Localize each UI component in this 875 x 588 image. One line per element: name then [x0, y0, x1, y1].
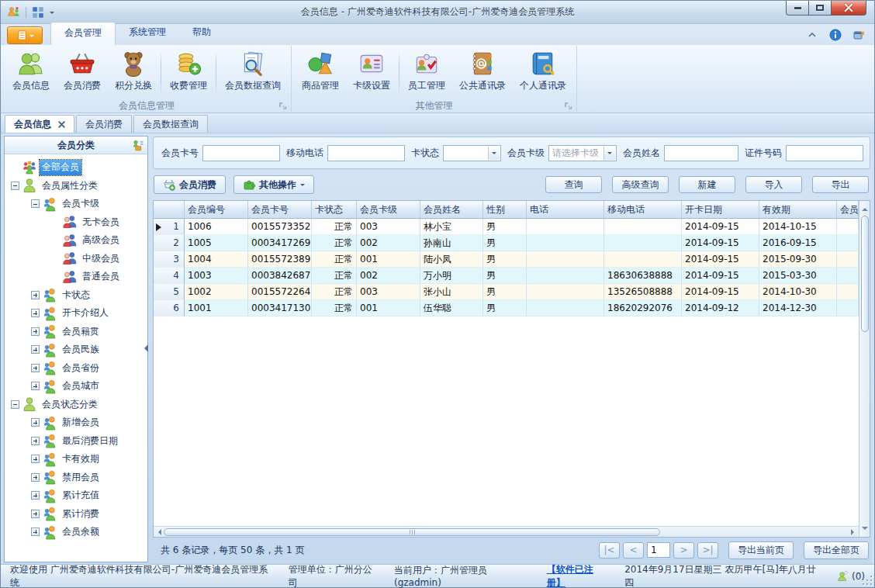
action-button[interactable]: 高级查询	[612, 176, 669, 193]
expand-icon[interactable]	[31, 418, 40, 427]
ribbon-button[interactable]: 个人通讯录	[513, 47, 573, 99]
tree-item[interactable]: 会员属性分类	[5, 177, 147, 195]
row-selector[interactable]: 1	[154, 219, 185, 235]
tree-item[interactable]: 最后消费日期	[5, 432, 147, 451]
next-page-button[interactable]: >	[673, 542, 694, 559]
ribbon-tab-3[interactable]: 帮助	[179, 22, 224, 45]
ribbon-tab-1[interactable]: 会员管理	[50, 22, 116, 45]
message-indicator[interactable]: (0)	[837, 570, 865, 582]
expand-icon[interactable]	[31, 473, 40, 482]
prev-page-button[interactable]: <	[623, 542, 644, 559]
ribbon-button[interactable]: 卡级设置	[346, 47, 397, 99]
ribbon-button[interactable]: 会员信息	[5, 47, 57, 99]
scroll-left-icon[interactable]	[155, 529, 161, 535]
tree-item[interactable]: 会员省份	[5, 359, 147, 378]
info-icon[interactable]	[829, 29, 842, 41]
expand-icon[interactable]	[31, 491, 40, 500]
ribbon-button[interactable]: 员工管理	[401, 47, 452, 99]
tree-item[interactable]: 会员卡级	[5, 195, 147, 213]
ribbon-button[interactable]: 会员消费	[57, 47, 108, 99]
tree-item[interactable]: 开卡介绍人	[5, 304, 147, 323]
chevron-down-icon[interactable]	[488, 147, 500, 160]
column-header[interactable]: 会员卡号	[248, 201, 312, 218]
collapse-icon[interactable]	[31, 199, 40, 208]
column-header[interactable]: 电话	[527, 201, 604, 218]
tree-item[interactable]: 无卡会员	[5, 213, 147, 232]
maximize-button[interactable]	[808, 1, 832, 16]
tree-item[interactable]: 卡状态	[5, 286, 147, 305]
table-row[interactable]: 110060015573352正常003林小宝男2014-09-152014-1…	[154, 219, 859, 235]
resize-grip[interactable]	[863, 576, 872, 585]
tree-item[interactable]: 会员状态分类	[5, 396, 147, 414]
expand-icon[interactable]	[31, 455, 40, 463]
ribbon-button[interactable]: 商品管理	[295, 47, 346, 99]
tree-item[interactable]: 会员籍贯	[5, 323, 147, 341]
ribbon-button[interactable]: 会员数据查询	[218, 47, 288, 99]
table-row[interactable]: 310040015572389正常001陆小凤男2014-09-152015-0…	[154, 251, 859, 268]
column-header[interactable]	[154, 201, 185, 218]
collapse-icon[interactable]	[11, 400, 19, 409]
table-row[interactable]: 510020015572264正常003张小山男135265088882014-…	[154, 284, 859, 300]
last-page-button[interactable]: >|	[697, 542, 718, 559]
doc-tab-1[interactable]: 会员信息	[5, 115, 74, 133]
tree-item[interactable]: 禁用会员	[5, 469, 147, 487]
registered-link[interactable]: 【软件已注册】	[547, 563, 611, 588]
column-header[interactable]: 移动电话	[604, 201, 682, 218]
close-button[interactable]	[831, 1, 866, 16]
tree-item[interactable]: 卡有效期	[5, 450, 147, 469]
row-selector[interactable]: 6	[154, 300, 185, 316]
ribbon-tab-2[interactable]: 系统管理	[116, 22, 179, 45]
column-header[interactable]: 会员卡级	[357, 201, 420, 218]
table-row[interactable]: 410030003842687正常002万小明男186306388882014-…	[154, 268, 859, 284]
tree-item[interactable]: 会员城市	[5, 377, 147, 396]
export-current-page-button[interactable]: 导出当前页	[728, 541, 794, 559]
application-menu-button[interactable]	[7, 26, 43, 44]
scroll-down-icon[interactable]	[862, 527, 868, 533]
row-selector[interactable]: 2	[154, 235, 185, 251]
category-options-icon[interactable]	[132, 139, 144, 151]
tree-item[interactable]: 普通会员	[5, 268, 147, 286]
expand-icon[interactable]	[31, 291, 40, 299]
filter-select[interactable]	[443, 145, 501, 161]
tree-item[interactable]: 高级会员	[5, 231, 147, 250]
tree-item[interactable]: 全部会员	[5, 158, 147, 177]
vscroll-thumb[interactable]	[861, 216, 869, 332]
doc-tab-2[interactable]: 会员消费	[76, 115, 132, 133]
filter-input[interactable]	[202, 145, 280, 161]
collapse-icon[interactable]	[11, 182, 19, 190]
first-page-button[interactable]: |<	[599, 542, 620, 559]
splitter-collapse-icon[interactable]	[140, 344, 148, 352]
export-all-pages-button[interactable]: 导出全部页	[804, 541, 869, 559]
scroll-right-icon[interactable]	[851, 529, 857, 535]
toolbar-button[interactable]: 会员消费	[154, 175, 226, 194]
expand-icon[interactable]	[31, 527, 40, 536]
scroll-up-icon[interactable]	[862, 205, 868, 211]
column-header[interactable]: 性别	[483, 201, 527, 218]
expand-icon[interactable]	[31, 437, 40, 445]
chevron-down-icon[interactable]	[604, 147, 615, 160]
collapse-ribbon-icon[interactable]	[806, 29, 818, 41]
expand-icon[interactable]	[31, 382, 40, 390]
expand-icon[interactable]	[31, 309, 40, 317]
column-header[interactable]: 有效期	[759, 201, 837, 218]
column-header[interactable]: 开卡日期	[682, 201, 759, 218]
close-tab-icon[interactable]	[58, 121, 65, 128]
filter-input[interactable]	[327, 145, 405, 161]
ribbon-button[interactable]: 公共通讯录	[452, 47, 513, 99]
action-button[interactable]: 导入	[745, 176, 802, 193]
qat-dropdown-arrow-icon[interactable]	[50, 12, 54, 16]
expand-icon[interactable]	[31, 510, 40, 518]
filter-select[interactable]: 请选择卡级	[548, 145, 617, 161]
layout-grid-icon[interactable]	[31, 5, 45, 19]
feedback-icon[interactable]	[853, 29, 865, 41]
action-button[interactable]: 新建	[679, 176, 735, 193]
column-header[interactable]: 会员姓名	[420, 201, 483, 218]
horizontal-scrollbar[interactable]	[154, 526, 859, 537]
row-selector[interactable]: 5	[154, 284, 185, 300]
table-row[interactable]: 610010003417130正常001伍华聪男186202920762014-…	[154, 300, 859, 316]
toolbar-button[interactable]: 其他操作	[233, 175, 314, 194]
table-row[interactable]: 210050003417269正常002孙南山男2014-09-152016-0…	[154, 235, 859, 251]
tree-item[interactable]: 中级会员	[5, 250, 147, 268]
expand-icon[interactable]	[31, 364, 40, 372]
tree-item[interactable]: 累计充值	[5, 486, 147, 505]
